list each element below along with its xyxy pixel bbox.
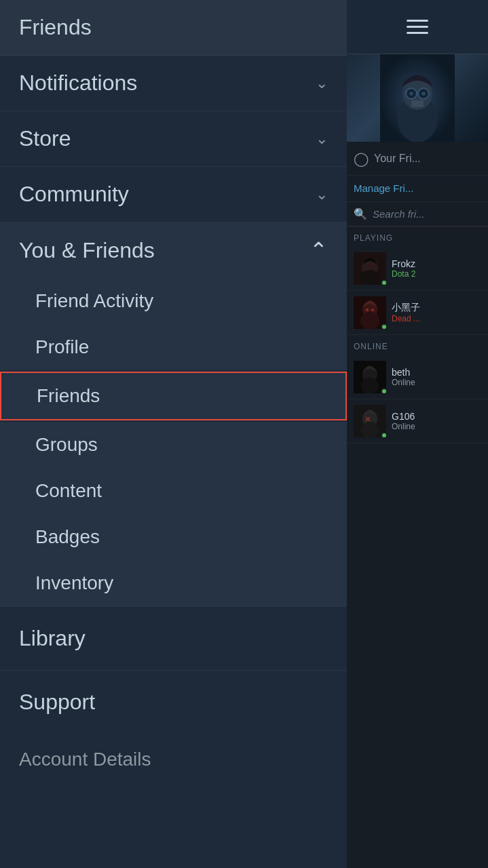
nav-sub-badges[interactable]: Badges: [0, 514, 347, 560]
user-avatar-container: [347, 54, 488, 142]
friend-item-xiaohei[interactable]: 小黑子 Dead ...: [347, 291, 488, 335]
svg-rect-7: [411, 100, 424, 107]
status-dot-playing-2: [381, 323, 388, 330]
chevron-down-icon: ⌄: [316, 75, 328, 92]
left-nav-panel: Friends Notifications ⌄ Store ⌄ Communit…: [0, 0, 347, 868]
friend-name-g106: G106: [392, 411, 481, 422]
nav-item-community[interactable]: Community ⌄: [0, 167, 347, 222]
user-avatar: [347, 54, 488, 142]
friend-info-xiaohei: 小黑子 Dead ...: [392, 302, 481, 323]
chevron-down-icon: ⌄: [316, 186, 328, 203]
nav-sub-groups[interactable]: Groups: [0, 422, 347, 468]
playing-section-label: PLAYING: [347, 226, 488, 247]
friend-item-beth[interactable]: beth Online: [347, 355, 488, 399]
friend-info-beth: beth Online: [392, 367, 481, 387]
nav-sub-friends[interactable]: Friends: [0, 372, 347, 420]
chevron-down-icon: ⌄: [316, 130, 328, 148]
friend-status-beth: Online: [392, 378, 481, 387]
friend-game-xiaohei: Dead ...: [392, 314, 481, 323]
hamburger-menu-icon[interactable]: [407, 20, 428, 34]
svg-point-8: [409, 92, 413, 96]
svg-point-17: [371, 309, 374, 311]
friend-avatar-xiaohei: [354, 296, 386, 329]
friend-info-g106: G106 Online: [392, 411, 481, 431]
friend-name-xiaohei: 小黑子: [392, 302, 481, 314]
nav-item-friends-top[interactable]: Friends: [0, 0, 347, 56]
status-dot-online-2: [381, 432, 388, 439]
friend-info-frokz: Frokz Dota 2: [392, 258, 481, 279]
manage-friends-label: Manage Fri...: [354, 182, 413, 194]
status-dot-online-1: [381, 388, 388, 395]
friend-item-g106[interactable]: G106 Online: [347, 399, 488, 443]
search-placeholder-text: Search fri...: [373, 208, 425, 220]
nav-item-library[interactable]: Library: [0, 606, 347, 670]
right-header: [347, 0, 488, 54]
manage-friends-row[interactable]: Manage Fri...: [347, 176, 488, 202]
right-friends-panel: ◯ Your Fri... Manage Fri... 🔍 Search fri…: [347, 0, 488, 868]
svg-point-16: [366, 309, 369, 311]
nav-notifications-label: Notifications: [19, 71, 137, 96]
search-icon: 🔍: [354, 208, 367, 220]
friend-status-g106: Online: [392, 422, 481, 431]
svg-point-15: [360, 312, 379, 329]
friend-avatar-frokz: [354, 252, 386, 285]
friend-item-frokz[interactable]: Frokz Dota 2: [347, 247, 488, 291]
svg-point-20: [361, 378, 379, 393]
nav-item-support[interactable]: Support: [0, 670, 347, 734]
nav-friends-top-label: Friends: [19, 15, 92, 40]
chevron-up-icon: ⌃: [309, 237, 328, 263]
nav-sub-profile[interactable]: Profile: [0, 324, 347, 370]
nav-item-notifications[interactable]: Notifications ⌄: [0, 56, 347, 111]
search-row[interactable]: 🔍 Search fri...: [347, 202, 488, 226]
nav-sub-friend-activity[interactable]: Friend Activity: [0, 278, 347, 324]
online-section-label: ONLINE: [347, 335, 488, 355]
avatar-artwork: [380, 54, 455, 142]
svg-point-23: [361, 422, 379, 437]
your-friends-row[interactable]: ◯ Your Fri...: [347, 142, 488, 176]
friend-name-beth: beth: [392, 367, 481, 378]
nav-item-store[interactable]: Store ⌄: [0, 111, 347, 167]
person-icon: ◯: [354, 151, 369, 167]
nav-item-you-and-friends[interactable]: You & Friends ⌃: [0, 222, 347, 278]
friend-name-frokz: Frokz: [392, 258, 481, 269]
friend-game-frokz: Dota 2: [392, 269, 481, 279]
nav-item-account-details[interactable]: Account Details: [0, 734, 347, 785]
svg-point-9: [421, 92, 426, 96]
nav-sub-inventory[interactable]: Inventory: [0, 560, 347, 606]
friend-avatar-g106: [354, 405, 386, 437]
friend-avatar-beth: [354, 361, 386, 393]
nav-sub-content[interactable]: Content: [0, 468, 347, 514]
nav-store-label: Store: [19, 126, 71, 151]
your-friends-label: Your Fri...: [374, 153, 421, 165]
status-dot-playing: [381, 279, 388, 286]
nav-community-label: Community: [19, 182, 129, 207]
nav-you-and-friends-label: You & Friends: [19, 238, 155, 263]
